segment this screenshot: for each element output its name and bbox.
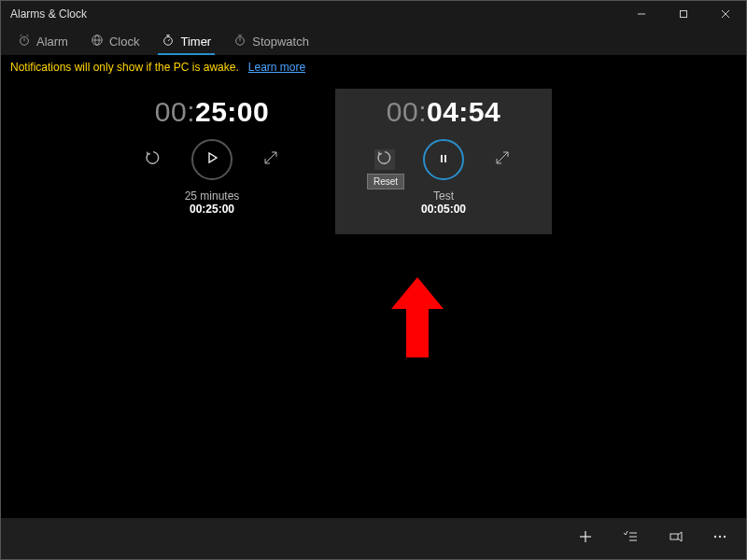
reset-button[interactable]: Reset: [374, 149, 395, 170]
expand-button[interactable]: [492, 149, 513, 170]
reset-icon: [145, 149, 162, 170]
expand-button[interactable]: [261, 149, 281, 170]
minimize-button[interactable]: [620, 1, 662, 27]
list-check-icon: [623, 529, 638, 548]
more-button[interactable]: [699, 518, 740, 559]
maximize-button[interactable]: [662, 1, 704, 27]
app-window: Alarms & Clock Alarm Clock Timer Stopwat…: [0, 0, 747, 560]
pause-button[interactable]: [423, 139, 464, 180]
minutes-seconds-segment: 04:54: [427, 96, 500, 127]
nav-tabs: Alarm Clock Timer Stopwatch: [1, 27, 746, 55]
svg-line-7: [27, 35, 29, 35]
time-display: 00:04:54: [387, 96, 500, 128]
notification-banner: Notifications will only show if the PC i…: [1, 55, 746, 79]
svg-rect-1: [680, 11, 686, 18]
svg-point-30: [714, 536, 716, 538]
plus-icon: [578, 529, 593, 548]
minutes-seconds-segment: 25:00: [195, 96, 269, 127]
pin-button[interactable]: [655, 518, 696, 559]
pause-icon: [438, 151, 449, 168]
tab-clock[interactable]: Clock: [81, 30, 149, 53]
tab-timer[interactable]: Timer: [152, 30, 220, 53]
svg-line-12: [168, 39, 170, 41]
timer-controls: [113, 139, 311, 180]
svg-marker-23: [391, 277, 444, 357]
add-timer-button[interactable]: [565, 518, 606, 559]
timer-icon: [162, 34, 175, 49]
timer-name: Test: [421, 189, 466, 203]
reset-tooltip: Reset: [367, 174, 404, 189]
tab-alarm[interactable]: Alarm: [8, 30, 78, 53]
tab-label: Alarm: [36, 35, 68, 49]
ellipsis-icon: [712, 529, 727, 548]
window-title: Alarms & Clock: [10, 7, 620, 21]
world-clock-icon: [91, 34, 104, 49]
svg-point-32: [724, 536, 726, 538]
timer-list: 00:25:00 25 minutes 00:25:00: [1, 79, 746, 234]
time-display: 00:25:00: [155, 96, 269, 128]
hours-segment: 00: [387, 96, 418, 127]
timer-meta: 25 minutes 00:25:00: [185, 189, 240, 216]
play-button[interactable]: [191, 139, 233, 180]
timer-controls: Reset: [345, 139, 543, 180]
timer-original-duration: 00:05:00: [421, 203, 466, 216]
notice-text: Notifications will only show if the PC i…: [10, 61, 239, 74]
reset-icon: [376, 149, 393, 170]
tab-label: Stopwatch: [252, 35, 309, 49]
svg-line-22: [497, 152, 508, 163]
title-bar: Alarms & Clock: [1, 1, 746, 27]
svg-rect-29: [670, 534, 678, 539]
timer-meta: Test 00:05:00: [421, 189, 466, 216]
svg-point-31: [719, 536, 721, 538]
reset-button[interactable]: [143, 149, 163, 170]
learn-more-link[interactable]: Learn more: [248, 61, 305, 74]
select-timers-button[interactable]: [610, 518, 651, 559]
svg-line-6: [21, 35, 22, 35]
svg-line-19: [265, 152, 276, 163]
window-control-buttons: [620, 1, 746, 27]
close-button[interactable]: [704, 1, 746, 27]
play-icon: [205, 151, 218, 168]
hours-segment: 00: [155, 96, 187, 127]
expand-icon: [263, 150, 278, 169]
timer-card[interactable]: 00:04:54 Reset Test 00:05:0: [335, 89, 552, 234]
alarm-icon: [18, 34, 31, 49]
timer-original-duration: 00:25:00: [185, 203, 240, 216]
timer-content-area: 00:25:00 25 minutes 00:25:00: [1, 79, 746, 518]
svg-marker-18: [209, 153, 217, 162]
expand-icon: [495, 150, 510, 169]
pin-icon: [668, 529, 683, 548]
timer-card[interactable]: 00:25:00 25 minutes 00:25:00: [104, 89, 320, 234]
tab-label: Timer: [180, 35, 211, 49]
timer-name: 25 minutes: [185, 189, 240, 203]
command-bar: [1, 518, 746, 559]
stopwatch-icon: [233, 34, 247, 49]
tab-label: Clock: [109, 35, 140, 49]
tab-stopwatch[interactable]: Stopwatch: [224, 30, 318, 53]
annotation-arrow: [391, 277, 444, 361]
